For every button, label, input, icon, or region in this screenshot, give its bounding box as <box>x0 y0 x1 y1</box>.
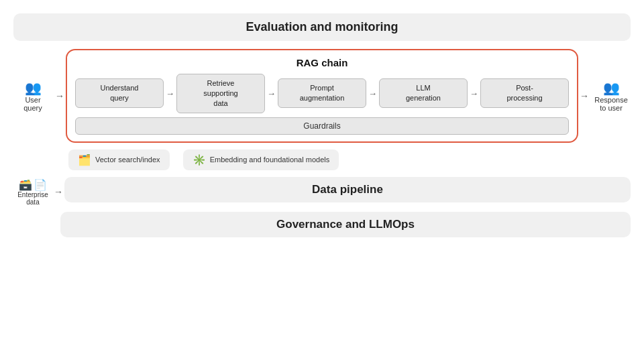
governance-banner: Governance and LLMOps <box>60 212 631 237</box>
response-block: 👥 Response to user <box>592 80 631 112</box>
rag-chain-box: RAG chain Understandquery → Retrievesupp… <box>66 49 578 143</box>
user-query-block: 👥 User query <box>13 80 52 112</box>
vector-search-icon: 🗂️ <box>78 154 91 166</box>
rag-section: 👥 User query → RAG chain Understandquery… <box>13 49 631 143</box>
enterprise-data-block: 🗃️ 📄 Enterprise data <box>13 178 52 206</box>
steps-row: Understandquery → Retrievesupportingdata… <box>75 74 569 113</box>
arrow-to-rag: → <box>55 90 64 101</box>
guardrails-row: Guardrails <box>75 117 569 135</box>
governance-spacer <box>13 212 55 242</box>
vector-search-item: 🗂️ Vector search/index <box>68 149 170 170</box>
step-understand: Understandquery <box>75 78 164 108</box>
rag-title: RAG chain <box>75 57 569 68</box>
governance-row: Governance and LLMOps <box>13 212 631 242</box>
arrow-from-rag: → <box>580 90 589 101</box>
evaluation-banner: Evaluation and monitoring <box>13 13 631 41</box>
user-icon: 👥 <box>25 80 42 96</box>
diagram: Evaluation and monitoring 👥 User query →… <box>7 7 637 355</box>
step-retrieve: Retrievesupportingdata <box>176 74 265 113</box>
response-icon: 👥 <box>603 80 620 96</box>
embedding-item: ✳️ Embedding and foundational models <box>183 149 339 170</box>
data-pipeline-banner: Data pipeline <box>64 177 631 202</box>
enterprise-icons: 🗃️ 📄 <box>19 178 47 191</box>
connectors-area: 🗂️ Vector search/index ✳️ Embedding and … <box>55 149 631 170</box>
enterprise-icon-1: 🗃️ <box>19 178 32 191</box>
arrow-3: → <box>366 88 379 99</box>
step-post: Post-processing <box>480 78 569 108</box>
step-prompt: Promptaugmentation <box>278 78 366 108</box>
data-pipeline-wrapper: Data pipeline <box>64 177 631 207</box>
arrow-enterprise: → <box>54 186 63 197</box>
data-pipeline-row: 🗃️ 📄 Enterprise data → Data pipeline <box>13 177 631 207</box>
enterprise-icon-2: 📄 <box>34 178 47 191</box>
embedding-icon: ✳️ <box>193 154 206 166</box>
arrow-spacer <box>55 212 60 242</box>
arrow-2: → <box>265 88 278 99</box>
arrow-4: → <box>468 88 480 99</box>
arrow-1: → <box>164 88 176 99</box>
step-llm: LLMgeneration <box>379 78 468 108</box>
